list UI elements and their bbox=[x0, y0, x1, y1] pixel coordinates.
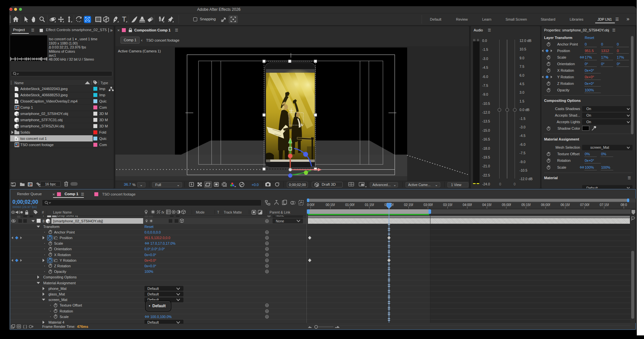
svg-text:T: T bbox=[122, 15, 126, 23]
svg-text:fx: fx bbox=[161, 210, 164, 214]
svg-text:#: # bbox=[42, 210, 44, 214]
